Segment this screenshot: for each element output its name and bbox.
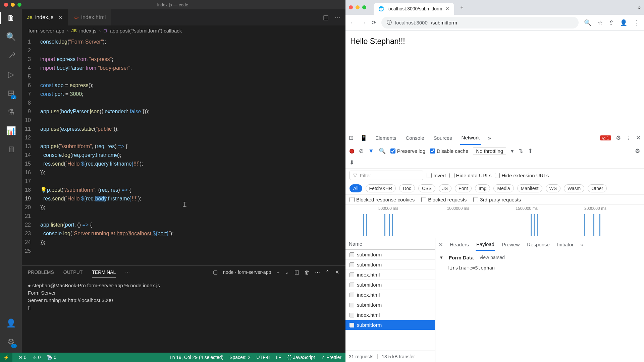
code-line[interactable]: 10 xyxy=(22,116,345,125)
request-item[interactable]: index.html xyxy=(345,310,435,320)
console-tab[interactable]: Console xyxy=(405,132,426,144)
code-line[interactable]: 13app.get("/submitform", (req, res) => { xyxy=(22,142,345,151)
record-button[interactable] xyxy=(350,149,354,154)
close-devtools-icon[interactable]: ✕ xyxy=(636,134,641,141)
bookmark-icon[interactable]: ☆ xyxy=(597,19,603,26)
maximize-panel-icon[interactable]: ⌃ xyxy=(325,269,330,275)
explorer-icon[interactable]: 🗎 xyxy=(7,13,15,23)
preview-tab[interactable]: Preview xyxy=(501,239,520,250)
code-line[interactable]: 14 console.log(req.query.firstname); xyxy=(22,151,345,160)
code-line[interactable]: 24}); xyxy=(22,238,345,247)
payload-tab[interactable]: Payload xyxy=(476,239,495,251)
filter-type-fetchxhr[interactable]: Fetch/XHR xyxy=(366,184,396,192)
filter-type-other[interactable]: Other xyxy=(588,184,607,192)
errors-count[interactable]: ⊘ 0 xyxy=(18,355,26,360)
request-item[interactable]: submitform xyxy=(345,250,435,260)
search-icon[interactable]: 🔍 xyxy=(6,32,16,42)
minimize-window-button[interactable] xyxy=(11,3,15,7)
new-tab-button[interactable]: + xyxy=(457,2,467,12)
eol[interactable]: LF xyxy=(276,355,281,360)
profile-icon[interactable]: 👤 xyxy=(620,19,627,26)
filter-type-ws[interactable]: WS xyxy=(546,184,561,192)
testing-icon[interactable]: ⚗ xyxy=(7,107,15,117)
more-tabs-icon[interactable]: ⋯ xyxy=(125,269,130,275)
run-debug-icon[interactable]: ▷ xyxy=(8,70,14,79)
code-line[interactable]: 25 xyxy=(22,247,345,255)
code-line[interactable]: 21 xyxy=(22,212,345,221)
settings-icon[interactable]: ⚙1 xyxy=(7,337,15,347)
code-editor[interactable]: ⌶ 1console.log("Form Server");23import e… xyxy=(22,36,345,265)
error-badge[interactable]: ⊘ 1 xyxy=(600,135,611,140)
code-line[interactable]: 22app.listen(port, () => { xyxy=(22,221,345,229)
extensions-icon[interactable]: ⊞3 xyxy=(8,88,14,98)
close-window-button[interactable] xyxy=(4,3,8,7)
third-party-checkbox[interactable]: 3rd-party requests xyxy=(473,197,521,202)
dock-icon[interactable]: ⋮ xyxy=(626,134,631,141)
download-har-icon[interactable]: ⬇ xyxy=(350,159,354,166)
filter-input[interactable]: ▽ Filter xyxy=(350,171,423,180)
split-terminal-icon[interactable]: ◫ xyxy=(294,269,299,275)
code-line[interactable]: 12 xyxy=(22,133,345,142)
initiator-tab[interactable]: Initiator xyxy=(556,239,574,250)
request-list-header[interactable]: Name xyxy=(345,238,435,250)
ports-count[interactable]: 📡 0 xyxy=(47,355,56,360)
request-item[interactable]: submitform xyxy=(345,280,435,290)
inspect-icon[interactable]: ⊡ xyxy=(349,134,354,141)
code-line[interactable]: 8 xyxy=(22,99,345,107)
code-line[interactable]: 15 res.send(`Hello ${req.query.firstname… xyxy=(22,160,345,168)
editor-tab-index-js[interactable]: JS index.js ✕ xyxy=(22,9,68,25)
preserve-log-checkbox[interactable]: Preserve log xyxy=(390,148,425,154)
new-terminal-icon[interactable]: + xyxy=(276,269,279,275)
code-line[interactable]: 23 console.log(`Server running at http:/… xyxy=(22,229,345,238)
network-timeline[interactable]: 500000 ms 1000000 ms 1500000 ms 2000000 … xyxy=(345,205,644,238)
filter-toggle-icon[interactable]: ▼ xyxy=(368,148,374,155)
output-tab[interactable]: OUTPUT xyxy=(63,269,83,275)
code-line[interactable]: 9app.use(bodyParser.json({ extended: fal… xyxy=(22,107,345,116)
share-icon[interactable]: ⇪ xyxy=(609,19,614,26)
filter-type-media[interactable]: Media xyxy=(493,184,514,192)
upload-icon[interactable]: ⇅ xyxy=(519,147,523,155)
close-window-button[interactable] xyxy=(349,5,353,9)
editor-tab-index-html[interactable]: <> index.html xyxy=(68,9,111,25)
tab-overflow-icon[interactable]: » xyxy=(638,4,641,10)
device-toggle-icon[interactable]: 📱 xyxy=(360,134,367,141)
expand-icon[interactable]: ▾ xyxy=(440,254,443,260)
search-icon[interactable]: 🔍 xyxy=(379,147,386,155)
dropdown-icon[interactable]: ▾ xyxy=(511,147,514,155)
close-panel-icon[interactable]: ✕ xyxy=(335,269,339,275)
request-item[interactable]: index.html xyxy=(345,290,435,300)
code-line[interactable]: 11app.use(express.static("public")); xyxy=(22,125,345,133)
code-line[interactable]: 18💡p.post("/submitform", (req, res) => { xyxy=(22,186,345,194)
view-parsed-link[interactable]: view parsed xyxy=(480,255,505,260)
menu-icon[interactable]: ⋮ xyxy=(633,19,639,26)
disable-cache-checkbox[interactable]: Disable cache xyxy=(430,148,468,154)
split-editor-icon[interactable]: ◫ xyxy=(323,14,329,21)
code-line[interactable]: 5 xyxy=(22,72,345,81)
dropdown-icon[interactable]: ⌄ xyxy=(285,269,289,275)
hide-data-urls-checkbox[interactable]: Hide data URLs xyxy=(449,173,492,178)
request-item[interactable]: submitform xyxy=(345,260,435,270)
site-info-icon[interactable]: ⓘ xyxy=(387,19,392,26)
warnings-count[interactable]: ⚠ 0 xyxy=(33,355,41,360)
filter-type-js[interactable]: JS xyxy=(439,184,451,192)
response-tab[interactable]: Response xyxy=(526,239,550,250)
reload-button[interactable]: ⟳ xyxy=(372,19,376,26)
maximize-window-button[interactable] xyxy=(17,3,21,7)
close-tab-icon[interactable]: ✕ xyxy=(58,14,62,21)
prettier-status[interactable]: ✓ Prettier xyxy=(321,355,341,360)
code-line[interactable]: 4import bodyParser from "body-parser"; xyxy=(22,64,345,72)
code-line[interactable]: 17 xyxy=(22,177,345,186)
invert-checkbox[interactable]: Invert xyxy=(427,173,446,178)
remote-indicator[interactable]: ⚡ xyxy=(0,353,12,362)
encoding[interactable]: UTF-8 xyxy=(256,355,270,360)
breadcrumb[interactable]: form-server-app › JS index.js › ⊡ app.po… xyxy=(22,25,345,36)
code-line[interactable]: 1console.log("Form Server"); xyxy=(22,38,345,46)
remote-icon[interactable]: 🖥 xyxy=(7,145,15,154)
terminal-content[interactable]: ● stephan@MacBook-Pro form-server-app % … xyxy=(22,279,345,353)
indentation[interactable]: Spaces: 2 xyxy=(229,355,250,360)
filter-type-wasm[interactable]: Wasm xyxy=(564,184,584,192)
source-control-icon[interactable]: ⎇ xyxy=(6,51,16,60)
terminal-tab[interactable]: TERMINAL xyxy=(92,269,116,278)
code-line[interactable]: 6const app = express(); xyxy=(22,81,345,90)
more-tabs-icon[interactable]: » xyxy=(580,242,583,247)
